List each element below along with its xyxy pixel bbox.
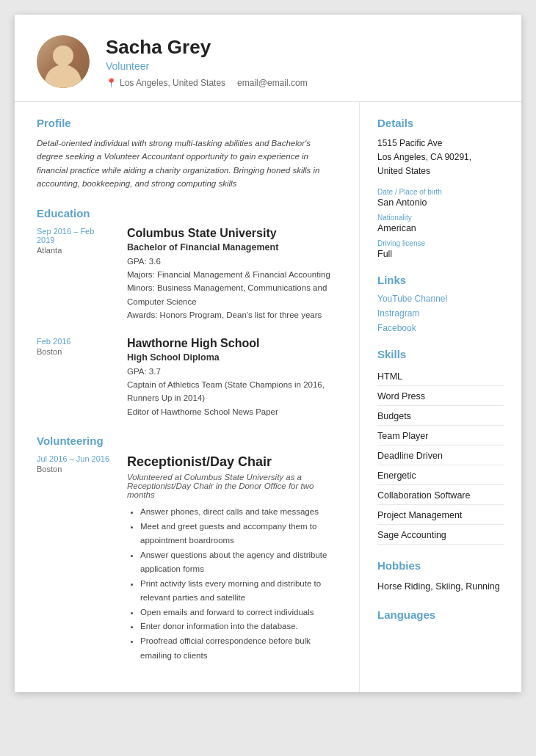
education-section-title: Education [37, 207, 337, 219]
vol-duty-0: Answer phones, direct calls and take mes… [140, 505, 337, 520]
license-value: Full [377, 249, 504, 259]
resume-document: Sacha Grey Volunteer 📍 Los Angeles, Unit… [15, 15, 521, 692]
nationality-label: Nationality [377, 214, 504, 222]
edu-date-1: Feb 2016 [37, 337, 114, 346]
link-facebook[interactable]: Facebook [377, 323, 504, 333]
vol-desc: Volunteered at Columbus State University… [127, 473, 337, 499]
volunteering-entry: Jul 2016 – Jun 2016 Boston Receptionist/… [37, 454, 337, 663]
location-item: 📍 Los Angeles, United States [106, 78, 225, 88]
hobbies-section-title: Hobbies [377, 559, 504, 572]
skill-0: HTML [377, 368, 504, 386]
vol-city: Boston [37, 465, 114, 473]
candidate-title: Volunteer [106, 60, 499, 72]
edu-details-0: Columbus State University Bachelor of Fi… [127, 227, 337, 322]
address-line2: Los Angeles, CA 90291, [377, 152, 471, 162]
vol-date: Jul 2016 – Jun 2016 [37, 454, 114, 463]
edu-degree-0: Bachelor of Financial Management [127, 242, 337, 252]
edu-city-1: Boston [37, 347, 114, 356]
skill-4: Deadline Driven [377, 447, 504, 465]
left-column: Profile Detail-oriented individual with … [15, 102, 360, 692]
details-section-title: Details [377, 117, 504, 129]
link-youtube[interactable]: YouTube Channel [377, 294, 504, 304]
profile-section-title: Profile [37, 117, 337, 129]
skill-7: Project Management [377, 506, 504, 525]
address-line1: 1515 Pacific Ave [377, 138, 443, 148]
right-column: Details 1515 Pacific Ave Los Angeles, CA… [360, 102, 521, 692]
location-text: Los Angeles, United States [120, 78, 225, 88]
vol-title: Receptionist/Day Chair [127, 454, 337, 470]
skill-1: Word Press [377, 388, 504, 406]
header-info: Sacha Grey Volunteer 📍 Los Angeles, Unit… [106, 36, 499, 88]
nationality-value: American [377, 223, 504, 233]
vol-duty-5: Enter donor information into the databas… [140, 619, 337, 634]
skills-section-title: Skills [377, 348, 504, 360]
header-contact: 📍 Los Angeles, United States email@email… [106, 78, 499, 88]
link-instagram[interactable]: Instragram [377, 308, 504, 319]
education-entry-1: Feb 2016 Boston Hawthorne High School Hi… [37, 337, 337, 419]
license-label: Driving license [377, 239, 504, 247]
edu-city-0: Atlanta [37, 246, 114, 255]
skill-5: Energetic [377, 467, 504, 485]
vol-date-col: Jul 2016 – Jun 2016 Boston [37, 454, 114, 663]
vol-duty-4: Open emails and forward to correct indiv… [140, 606, 337, 620]
main-content: Profile Detail-oriented individual with … [15, 102, 521, 692]
skill-6: Collaboration Software [377, 487, 504, 505]
vol-details: Receptionist/Day Chair Volunteered at Co… [127, 454, 337, 663]
edu-info-0: GPA: 3.6 Majors: Financial Management & … [127, 255, 337, 322]
details-address: 1515 Pacific Ave Los Angeles, CA 90291, … [377, 137, 504, 179]
edu-school-0: Columbus State University [127, 227, 337, 240]
avatar [37, 35, 90, 88]
vol-duty-2: Answer questions about the agency and di… [140, 548, 337, 577]
skill-8: Sage Accounting [377, 526, 504, 545]
edu-degree-1: High School Diploma [127, 352, 337, 363]
hobbies-text: Horse Riding, Skiing, Running [377, 579, 504, 594]
vol-duties-list: Answer phones, direct calls and take mes… [127, 505, 337, 663]
vol-duty-3: Print activity lists every morning and d… [140, 577, 337, 606]
vol-duty-6: Proofread official correspondence before… [140, 634, 337, 663]
edu-info-1: GPA: 3.7 Captain of Athletics Team (Stat… [127, 365, 337, 419]
candidate-name: Sacha Grey [106, 36, 499, 59]
volunteering-section-title: Volunteering [37, 435, 337, 447]
edu-date-0: Sep 2016 – Feb 2019 [37, 227, 114, 244]
edu-date-col-0: Sep 2016 – Feb 2019 Atlanta [37, 227, 114, 322]
profile-text: Detail-oriented individual with strong m… [37, 137, 337, 191]
resume-header: Sacha Grey Volunteer 📍 Los Angeles, Unit… [15, 15, 521, 102]
location-icon: 📍 [106, 78, 117, 88]
address-line3: United States [377, 166, 430, 176]
languages-section-title: Languages [377, 608, 504, 621]
email-text: email@email.com [237, 78, 308, 88]
edu-school-1: Hawthorne High School [127, 337, 337, 350]
skill-3: Team Player [377, 427, 504, 446]
skill-2: Budgets [377, 407, 504, 426]
edu-date-col-1: Feb 2016 Boston [37, 337, 114, 419]
links-section-title: Links [377, 274, 504, 286]
birth-label: Date / Place of birth [377, 188, 504, 196]
edu-details-1: Hawthorne High School High School Diplom… [127, 337, 337, 419]
vol-duty-1: Meet and greet guests and accompany them… [140, 520, 337, 548]
education-entry-0: Sep 2016 – Feb 2019 Atlanta Columbus Sta… [37, 227, 337, 322]
birth-value: San Antonio [377, 197, 504, 208]
